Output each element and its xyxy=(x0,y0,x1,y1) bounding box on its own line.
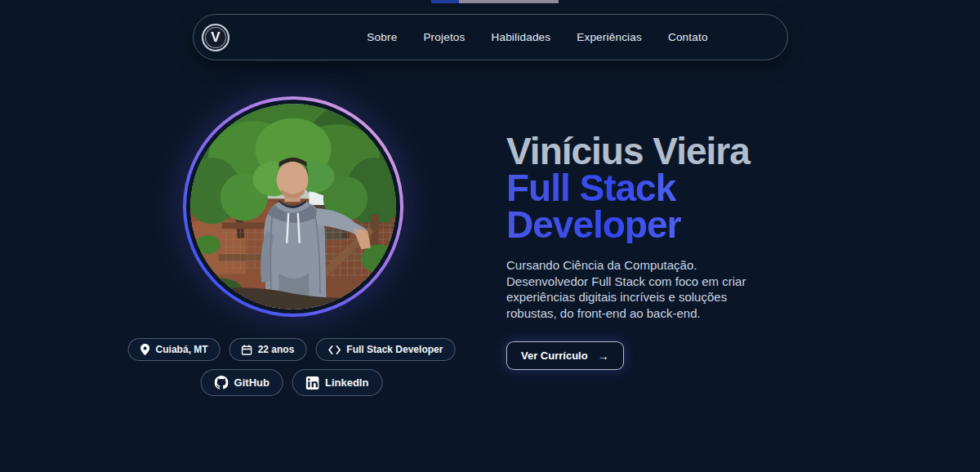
calendar-icon xyxy=(242,345,252,355)
portfolio-hero-page: V Sobre Projetos Habilidades Experiência… xyxy=(0,0,980,472)
nav-item-projetos[interactable]: Projetos xyxy=(423,31,465,43)
hero-heading: Vinícius Vieira Full Stack Developer xyxy=(506,133,788,243)
badge-location-label: Cuiabá, MT xyxy=(156,344,208,355)
badge-age-label: 22 anos xyxy=(258,344,295,355)
linkedin-label: LinkedIn xyxy=(325,376,368,389)
hero-role-line1: Full Stack xyxy=(506,170,788,207)
hero-name: Vinícius Vieira xyxy=(506,133,788,170)
progress-fill xyxy=(431,0,459,3)
hero-text-block: Vinícius Vieira Full Stack Developer Cur… xyxy=(506,133,788,370)
top-progress-bar[interactable] xyxy=(431,0,559,3)
info-badges: Cuiabá, MT 22 anos Full Stack Developer xyxy=(128,338,456,361)
code-icon xyxy=(327,345,341,354)
avatar-ring xyxy=(183,96,403,317)
logo-letter: V xyxy=(211,29,220,46)
badge-role-label: Full Stack Developer xyxy=(346,344,443,355)
linkedin-icon xyxy=(306,376,319,390)
nav-links: Sobre Projetos Habilidades Experiências … xyxy=(336,31,738,43)
badge-age[interactable]: 22 anos xyxy=(229,338,307,361)
nav-item-sobre[interactable]: Sobre xyxy=(367,31,397,43)
resume-button-label: Ver Currículo xyxy=(521,350,588,362)
github-icon xyxy=(215,376,229,390)
linkedin-button[interactable]: LinkedIn xyxy=(292,369,382,396)
nav-item-contato[interactable]: Contato xyxy=(668,31,708,43)
hero-description: Cursando Ciência da Computação. Desenvol… xyxy=(506,257,764,321)
avatar xyxy=(190,104,396,309)
social-buttons: GitHub LinkedIn xyxy=(201,369,383,396)
nav-item-habilidades[interactable]: Habilidades xyxy=(492,31,551,43)
logo-v[interactable]: V xyxy=(202,24,229,51)
avatar-gap xyxy=(186,100,400,314)
hero-role-line2: Developer xyxy=(506,207,788,243)
progress-track xyxy=(459,0,559,3)
navbar: V Sobre Projetos Habilidades Experiência… xyxy=(193,14,788,60)
github-button[interactable]: GitHub xyxy=(201,369,283,396)
badge-role[interactable]: Full Stack Developer xyxy=(315,338,455,361)
badge-location[interactable]: Cuiabá, MT xyxy=(128,338,220,361)
nav-item-experiencias[interactable]: Experiências xyxy=(577,31,642,43)
github-label: GitHub xyxy=(234,376,270,389)
map-pin-icon xyxy=(140,344,150,355)
arrow-right-icon: → xyxy=(598,350,609,362)
resume-button[interactable]: Ver Currículo → xyxy=(506,341,624,370)
